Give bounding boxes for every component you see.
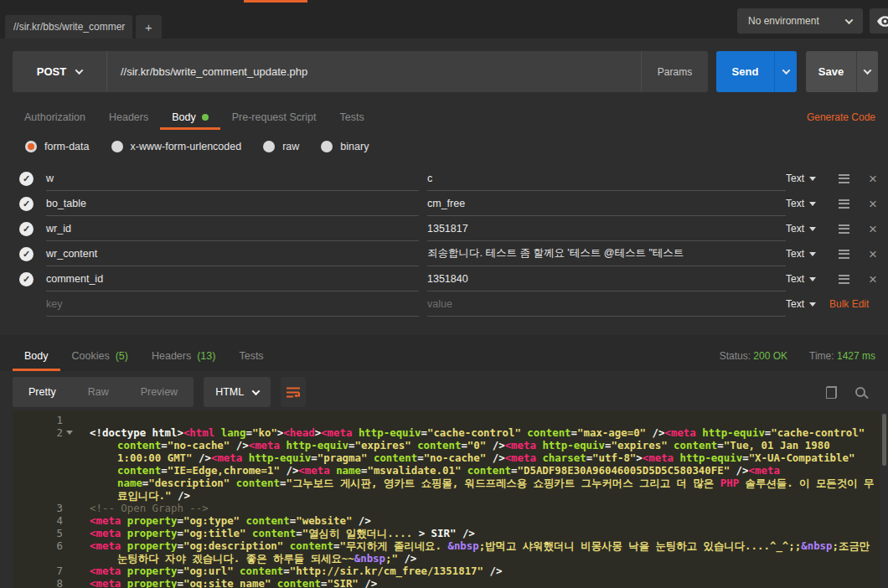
tab-headers[interactable]: Headers	[97, 105, 160, 130]
tab-pre-request-script[interactable]: Pre-request Script	[220, 105, 328, 130]
row-drag-handle[interactable]	[829, 224, 858, 234]
row-delete-button[interactable]: ×	[858, 172, 888, 186]
type-selector[interactable]: Text	[786, 248, 829, 260]
copy-icon[interactable]	[826, 386, 837, 399]
tab-authorization[interactable]: Authorization	[13, 105, 97, 130]
view-preview-button[interactable]: Preview	[125, 377, 194, 407]
line-number: 7	[57, 565, 63, 577]
bulk-edit-link[interactable]: Bulk Edit	[829, 298, 888, 310]
close-icon: ×	[869, 247, 877, 261]
row-enabled-checkbox[interactable]	[19, 247, 34, 261]
row-delete-button[interactable]: ×	[858, 272, 888, 286]
code-text: <meta property="og:title" content="열심히 일…	[76, 527, 880, 539]
row-drag-handle[interactable]	[829, 275, 858, 284]
request-tabs: Authorization Headers Body Pre-request S…	[13, 105, 875, 130]
new-tab-button[interactable]: +	[136, 15, 162, 39]
key-input[interactable]: wr_content	[46, 241, 419, 266]
code-line: 4<meta property="og:type" content="websi…	[13, 514, 880, 527]
fold-arrow-icon[interactable]	[66, 431, 73, 435]
format-selector[interactable]: HTML	[204, 377, 271, 407]
chevron-down-icon	[864, 66, 872, 75]
type-selector[interactable]: Text	[786, 273, 829, 285]
environment-quicklook-button[interactable]	[870, 8, 888, 34]
key-input[interactable]: bo_table	[46, 191, 419, 216]
code-text	[76, 414, 880, 426]
code-text: <meta property="og:type" content="websit…	[76, 514, 880, 527]
radio-icon	[111, 141, 123, 152]
mode-binary[interactable]: binary	[321, 141, 369, 152]
view-raw-button[interactable]: Raw	[72, 377, 125, 407]
code-line: 5<meta property="og:title" content="열심히 …	[13, 527, 880, 539]
value-input[interactable]: 죄송합니다. 테스트 좀 할께요 '테스트 @테스트 "테스트	[427, 241, 786, 266]
method-selector[interactable]: POST	[13, 51, 107, 92]
mode-raw[interactable]: raw	[263, 141, 299, 152]
response-tab-body[interactable]: Body	[13, 341, 60, 371]
value-input[interactable]: cm_free	[427, 191, 786, 216]
triangle-down-icon	[809, 202, 816, 206]
scrollbar-thumb[interactable]	[882, 414, 886, 466]
value-input[interactable]: 1351817	[427, 216, 786, 241]
type-selector[interactable]: Text	[786, 173, 829, 184]
triangle-down-icon	[809, 177, 816, 181]
send-button[interactable]: Send	[716, 51, 774, 92]
row-delete-button[interactable]: ×	[858, 222, 888, 236]
save-button-group: Save	[806, 51, 878, 92]
code-text: <meta property="og:url" content="http://…	[76, 565, 880, 577]
environment-selector[interactable]: No environment	[737, 8, 863, 34]
value-input[interactable]: value	[427, 291, 786, 317]
search-icon[interactable]	[855, 387, 865, 397]
row-enabled-checkbox[interactable]	[19, 197, 34, 211]
params-button[interactable]: Params	[641, 51, 708, 92]
response-body-code: 12<!doctype html><html lang="ko"><head><…	[13, 410, 880, 588]
row-enabled-checkbox[interactable]	[19, 172, 34, 186]
hamburger-icon	[839, 275, 849, 284]
row-drag-handle[interactable]	[829, 199, 858, 209]
url-input[interactable]: //sir.kr/bbs/write_comment_update.php	[107, 51, 641, 92]
tab-body[interactable]: Body	[160, 105, 220, 130]
environment-selector-value: No environment	[748, 15, 819, 27]
triangle-down-icon	[809, 227, 816, 231]
key-input[interactable]: wr_id	[46, 216, 419, 241]
send-button-group: Send	[716, 51, 797, 92]
value-input[interactable]: c	[427, 166, 786, 191]
response-actions	[826, 386, 875, 399]
mode-form-data[interactable]: form-data	[25, 141, 90, 152]
response-tabs: Body Cookies (5) Headers (13) Tests Stat…	[13, 341, 875, 371]
key-input[interactable]: w	[46, 166, 419, 191]
tab-tests[interactable]: Tests	[328, 105, 375, 130]
send-options-button[interactable]	[774, 51, 797, 92]
radio-selected-icon	[25, 141, 37, 152]
postman-app: //sir.kr/bbs/write_commer + No environme…	[0, 0, 888, 588]
form-data-rows: w c Text × bo_table cm_free Text	[0, 166, 888, 291]
row-drag-handle[interactable]	[829, 174, 858, 183]
type-selector[interactable]: Text	[786, 198, 829, 209]
response-tab-headers[interactable]: Headers (13)	[140, 341, 227, 371]
row-delete-button[interactable]: ×	[858, 197, 888, 211]
view-pretty-button[interactable]: Pretty	[13, 377, 72, 407]
key-input[interactable]: key	[46, 291, 419, 317]
mode-x-www-form-urlencoded[interactable]: x-www-form-urlencoded	[111, 141, 242, 152]
row-enabled-checkbox[interactable]	[19, 272, 34, 286]
row-drag-handle[interactable]	[829, 250, 858, 259]
close-icon: ×	[869, 172, 877, 186]
response-tab-cookies[interactable]: Cookies (5)	[60, 341, 140, 371]
row-delete-button[interactable]: ×	[858, 247, 888, 261]
request-tab[interactable]: //sir.kr/bbs/write_commer	[5, 15, 132, 39]
type-selector[interactable]: Text	[786, 223, 829, 235]
form-data-row: w c Text ×	[0, 166, 888, 191]
value-input[interactable]: 1351840	[427, 266, 786, 291]
response-tab-tests[interactable]: Tests	[227, 341, 275, 371]
save-options-button[interactable]	[856, 51, 878, 92]
hamburger-icon	[839, 224, 849, 234]
type-selector[interactable]: Text	[786, 298, 829, 310]
save-button[interactable]: Save	[806, 51, 856, 92]
plus-icon: +	[145, 20, 152, 34]
generate-code-link[interactable]: Generate Code	[807, 111, 875, 123]
chevron-down-icon	[75, 66, 84, 75]
radio-icon	[263, 141, 275, 152]
key-input[interactable]: comment_id	[46, 266, 419, 291]
wrap-text-button[interactable]	[281, 377, 306, 407]
code-line: 1	[13, 414, 880, 426]
view-mode-group: Pretty Raw Preview	[13, 377, 194, 407]
row-enabled-checkbox[interactable]	[19, 222, 34, 236]
